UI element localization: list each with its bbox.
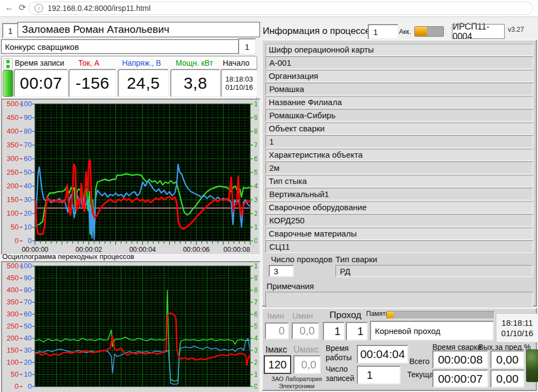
welding-monitor-page: { "icons": {"back": "←", "refresh": "⟳",… [0,0,538,392]
operator-index-field[interactable]: 1 [2,23,19,38]
svg-text:400: 400 [7,127,19,135]
status-led-bottom [6,65,10,68]
imax-field[interactable]: 120 [264,355,291,374]
svg-text:60: 60 [24,310,32,318]
svg-text:40: 40 [24,182,32,190]
voltage-label: Напряж., В [122,59,161,67]
field-label: Сварочное оборудование [265,201,533,214]
svg-text:300: 300 [7,154,19,163]
weld-type-field[interactable]: РД [335,265,533,277]
svg-text:450: 450 [7,113,19,122]
svg-text:1: 1 [254,223,257,231]
svg-text:0: 0 [15,382,19,390]
svg-text:10: 10 [24,223,32,231]
svg-text:250: 250 [7,168,19,176]
operator-name-field[interactable]: Заломаев Роман Атанольевич [18,22,260,37]
notes-label: Примечания [265,281,533,291]
clock-date: 01/10/16 [501,328,533,338]
umax-display: 0,0 [293,355,321,374]
event-name-field[interactable]: Конкурс сварщиков [1,39,239,54]
start-label: Начало [223,59,250,67]
process-info-form: Шифр операционной карты А-001 Организаци… [262,39,537,307]
field-value[interactable]: Ромашка-Сибирь [265,109,533,122]
svg-text:100: 100 [7,209,19,217]
svg-text:0: 0 [254,237,257,245]
status-led-top [6,60,10,64]
memory-progress [386,311,495,319]
field-value[interactable]: Вертикальный1 [265,188,533,200]
page-info-icon[interactable]: i [34,4,43,13]
svg-text:50: 50 [11,223,19,231]
pass-label: Проход [329,310,361,321]
field-value[interactable]: КОРД250 [265,214,533,227]
weld-type-label: Тип сварки [335,255,377,264]
address-bar[interactable]: i 192.168.0.42:8000/irsp11.html [28,2,533,15]
svg-text:100: 100 [7,358,19,366]
url-text: 192.168.0.42:8000/irsp11.html [48,4,151,13]
record-time-display: 00:07 [14,69,68,97]
svg-text:500: 500 [7,262,19,270]
imax-label: Iмакс [265,345,287,355]
svg-text:00:00:04: 00:00:04 [129,246,156,252]
current-weld-time-display: 00:00:07 [432,370,488,388]
svg-text:8: 8 [254,286,257,294]
event-number-field[interactable]: 1 [238,38,256,55]
svg-text:7: 7 [254,298,257,306]
limit-total-display: 0,00 [490,350,524,368]
svg-text:00:00:08: 00:00:08 [223,246,250,252]
field-label: Тип стыка [265,175,533,187]
svg-text:50: 50 [24,322,32,330]
total-weld-time-display: 00:00:08 [432,350,488,368]
svg-text:5: 5 [254,168,257,176]
main-oscillogram-svg: 0501001502002503003504004505000102030405… [2,100,257,252]
records-field[interactable]: 1 [357,366,401,384]
svg-text:8: 8 [254,127,257,135]
transient-chart-title: Осциллограмма переходных процессов [2,252,134,261]
umin-label: Uмин [292,311,313,320]
svg-text:80: 80 [24,127,32,135]
process-info-label: Информация о процессе [263,26,371,37]
svg-text:6: 6 [254,154,257,163]
imin-display: 0 [265,322,289,339]
pass-number-field[interactable]: 1 [323,322,345,341]
svg-text:30: 30 [24,346,32,354]
pass-count-field[interactable]: 1 [346,322,368,341]
company-label: ЗАО ЛабораторияЭлектроники [265,376,328,390]
svg-text:400: 400 [7,286,19,294]
passes-count-field[interactable]: 3 [269,265,294,277]
refresh-icon[interactable]: ⟳ [16,2,28,14]
start-date: 01/10/16 [225,83,253,91]
field-label: Объект сварки [265,123,533,135]
field-value[interactable]: Ромашка [265,83,533,95]
svg-text:6: 6 [254,310,257,318]
svg-text:30: 30 [24,195,32,204]
process-number-field[interactable]: 1 [368,24,398,39]
start-time: 18:18:03 [225,75,253,83]
svg-text:90: 90 [24,274,32,282]
pass-name-field[interactable]: Корневой проход [370,321,494,341]
svg-text:7: 7 [254,141,257,149]
svg-text:0: 0 [254,382,257,390]
limit-status-led [526,349,538,382]
svg-text:50: 50 [24,168,32,176]
field-value[interactable]: СЦ11 [265,240,533,253]
field-label: Характеристика объекта [265,149,533,161]
svg-text:90: 90 [24,113,32,122]
svg-text:200: 200 [7,182,19,190]
svg-text:10: 10 [254,262,257,270]
svg-text:350: 350 [7,141,19,149]
battery-fill [415,27,427,36]
svg-text:9: 9 [254,113,257,122]
field-value[interactable]: 2м [265,162,533,174]
svg-text:0: 0 [28,237,32,245]
svg-text:4: 4 [254,182,257,190]
version-label: v3.27 [508,26,524,33]
field-value[interactable]: А-001 [265,56,533,69]
back-icon[interactable]: ← [3,2,15,14]
field-value[interactable]: 1 [265,135,533,148]
work-time-label: Времяработы [326,344,352,362]
svg-text:20: 20 [24,358,32,366]
svg-text:150: 150 [7,346,19,354]
svg-text:10: 10 [254,100,257,108]
current-label: Ток, А [78,59,100,67]
